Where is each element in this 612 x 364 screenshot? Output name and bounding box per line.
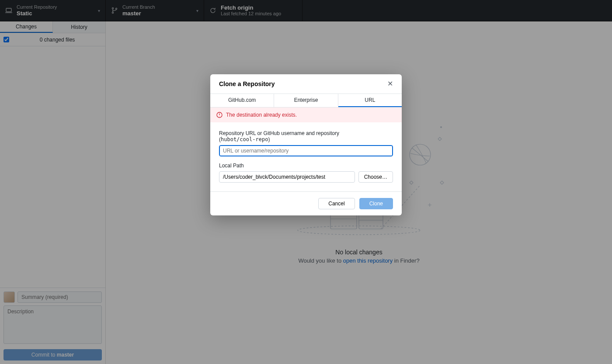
local-path-label: Local Path (219, 163, 393, 169)
repository-url-input[interactable] (219, 145, 393, 156)
error-banner: The destination already exists. (210, 107, 402, 122)
modal-overlay: Clone a Repository ✕ GitHub.com Enterpri… (0, 0, 612, 364)
clone-repository-modal: Clone a Repository ✕ GitHub.com Enterpri… (210, 74, 402, 215)
close-button[interactable]: ✕ (387, 80, 393, 87)
choose-button[interactable]: Choose… (358, 171, 393, 183)
modal-tabs: GitHub.com Enterprise URL (210, 94, 402, 107)
repository-url-label: Repository URL or GitHub username and re… (219, 130, 393, 142)
tab-enterprise[interactable]: Enterprise (274, 94, 338, 107)
error-message: The destination already exists. (226, 112, 297, 118)
local-path-input[interactable] (219, 171, 355, 183)
modal-title: Clone a Repository (219, 80, 275, 87)
alert-icon (216, 112, 223, 118)
tab-github[interactable]: GitHub.com (210, 94, 274, 107)
close-icon: ✕ (387, 80, 393, 87)
clone-button[interactable]: Clone (359, 198, 393, 209)
tab-url[interactable]: URL (338, 94, 402, 107)
cancel-button[interactable]: Cancel (318, 198, 355, 209)
